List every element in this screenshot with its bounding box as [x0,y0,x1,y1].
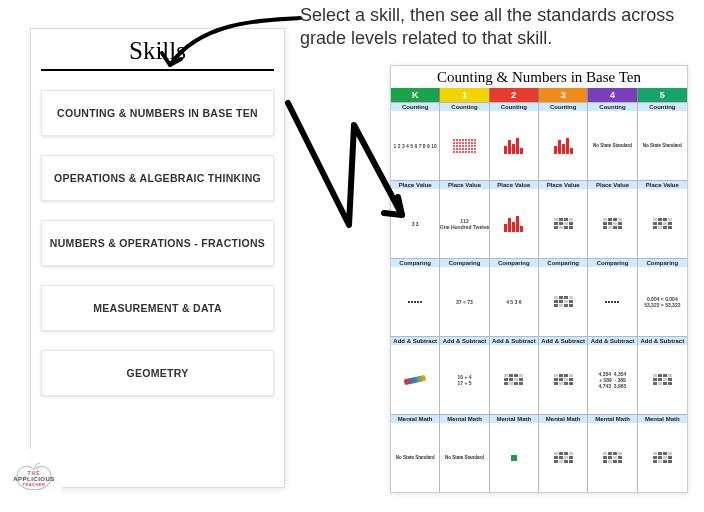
grid-cell[interactable]: Add & Subtract [391,337,440,414]
grid-cell[interactable]: Mental MathNo State Standard [391,415,440,492]
cell-category-label: Comparing [391,259,439,267]
cell-category-label: Add & Subtract [588,337,636,345]
grid-cell[interactable]: Comparing [391,259,440,336]
grid-cell[interactable]: Place Value [588,181,637,258]
grade-header: 1 [440,88,489,102]
skill-button-operations[interactable]: OPERATIONS & ALGEBRAIC THINKING [41,155,274,201]
cell-category-label: Mental Math [638,415,687,423]
cell-category-label: Place Value [638,181,687,189]
grid-header-row: K12345 [391,88,687,102]
skill-button-counting[interactable]: COUNTING & NUMBERS IN BASE TEN [41,90,274,136]
grid-cell[interactable]: Counting [490,103,539,180]
cell-category-label: Place Value [490,181,538,189]
cell-category-label: Mental Math [440,415,488,423]
grid-cell[interactable]: Comparing [588,259,637,336]
cell-category-label: Comparing [638,259,687,267]
cell-category-label: Add & Subtract [391,337,439,345]
cell-category-label: Counting [391,103,439,111]
cell-category-label: Comparing [440,259,488,267]
grade-header: K [391,88,440,102]
grid-cell[interactable]: Comparing [539,259,588,336]
grid-cell[interactable]: Place Value112 One Hundred Twelve [440,181,489,258]
grid-row: Mental MathNo State StandardMental MathN… [391,414,687,492]
skill-button-fractions[interactable]: NUMBERS & OPERATIONS - FRACTIONS [41,220,274,266]
grid-cell[interactable]: Mental MathNo State Standard [440,415,489,492]
grid-cell[interactable]: Place Value [638,181,687,258]
cell-category-label: Mental Math [490,415,538,423]
grid-cell[interactable]: Add & Subtract [638,337,687,414]
grid-cell[interactable]: Mental Math [638,415,687,492]
grid-cell[interactable]: Counting [539,103,588,180]
cell-category-label: Add & Subtract [490,337,538,345]
grid-title: Counting & Numbers in Base Ten [391,66,687,88]
skill-button-geometry[interactable]: GEOMETRY [41,350,274,396]
standards-grid: Counting & Numbers in Base Ten K12345 Co… [390,65,688,493]
grid-row: ComparingComparing37 < 73Comparing4 5 3 … [391,258,687,336]
grid-row: Counting1 2 3 4 5 6 7 8 9 10CountingCoun… [391,102,687,180]
grid-cell[interactable]: CountingNo State Standard [638,103,687,180]
skills-card: Skills COUNTING & NUMBERS IN BASE TEN OP… [30,28,285,488]
grid-cell[interactable]: Mental Math [588,415,637,492]
cell-category-label: Mental Math [539,415,587,423]
cell-category-label: Comparing [539,259,587,267]
grid-cell[interactable]: Counting [440,103,489,180]
grid-cell[interactable]: Add & Subtract10 + 4 17 + 5 [440,337,489,414]
skills-title: Skills [41,37,274,71]
cell-category-label: Place Value [440,181,488,189]
grid-cell[interactable]: Place Value3 3 [391,181,440,258]
grid-cell[interactable]: CountingNo State Standard [588,103,637,180]
cell-category-label: Add & Subtract [539,337,587,345]
cell-category-label: Counting [588,103,636,111]
cell-category-label: Add & Subtract [638,337,687,345]
grid-cell[interactable]: Add & Subtract [539,337,588,414]
grid-cell[interactable]: Mental Math [490,415,539,492]
cell-category-label: Mental Math [588,415,636,423]
grid-cell[interactable]: Mental Math [539,415,588,492]
cell-category-label: Mental Math [391,415,439,423]
grid-body: Counting1 2 3 4 5 6 7 8 9 10CountingCoun… [391,102,687,492]
grade-header: 2 [490,88,539,102]
grade-header: 3 [539,88,588,102]
grid-cell[interactable]: Add & Subtract4,354 4,354 + 389 - 389 4,… [588,337,637,414]
grid-cell[interactable]: Comparing4 5 3 6 [490,259,539,336]
cell-category-label: Counting [490,103,538,111]
grade-header: 5 [638,88,687,102]
grid-cell[interactable]: Place Value [490,181,539,258]
logo-line3: TEACHER [13,482,55,487]
cell-category-label: Place Value [539,181,587,189]
brand-logo: THE APPLICIOUS TEACHER [4,448,64,506]
cell-category-label: Counting [539,103,587,111]
cell-category-label: Comparing [490,259,538,267]
grid-cell[interactable]: Add & Subtract [490,337,539,414]
cell-category-label: Place Value [588,181,636,189]
grid-cell[interactable]: Comparing0.004 < 0.004 53,322 = 53,322 [638,259,687,336]
cell-category-label: Place Value [391,181,439,189]
instruction-caption: Select a skill, then see all the standar… [300,4,680,51]
grid-cell[interactable]: Place Value [539,181,588,258]
grid-row: Place Value3 3Place Value112 One Hundred… [391,180,687,258]
skill-button-measurement[interactable]: MEASUREMENT & DATA [41,285,274,331]
cell-category-label: Add & Subtract [440,337,488,345]
cell-category-label: Comparing [588,259,636,267]
grid-cell[interactable]: Comparing37 < 73 [440,259,489,336]
cell-category-label: Counting [440,103,488,111]
grid-row: Add & SubtractAdd & Subtract10 + 4 17 + … [391,336,687,414]
cell-category-label: Counting [638,103,687,111]
grid-cell[interactable]: Counting1 2 3 4 5 6 7 8 9 10 [391,103,440,180]
grade-header: 4 [588,88,637,102]
